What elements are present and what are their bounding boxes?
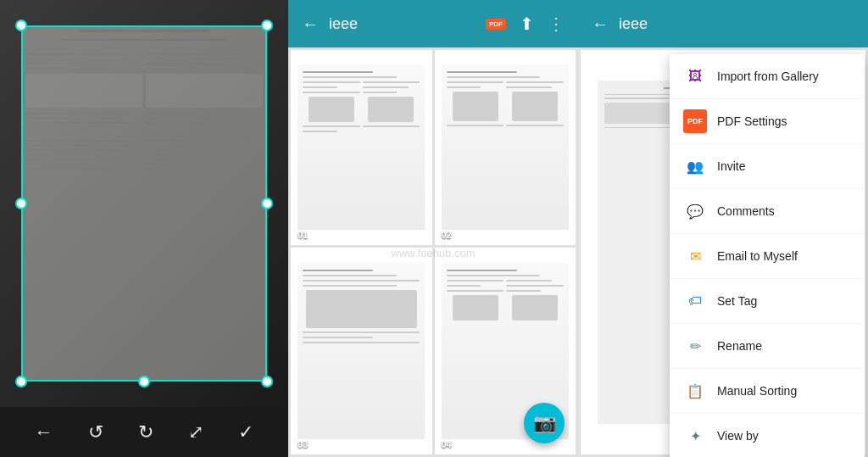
grid-panel: ← ieee PDF ⬆ ⋮ www.foehub.com (288, 0, 578, 457)
menu-item-pdf-settings[interactable]: PDF PDF Settings (670, 99, 865, 144)
page-03-number: 03 (298, 439, 308, 449)
confirm-button[interactable]: ✓ (238, 421, 253, 443)
menu-item-view-by[interactable]: ✦ View by (670, 414, 865, 457)
menu-item-invite[interactable]: 👥 Invite (670, 144, 865, 189)
menu-app-bar-title: ieee (619, 15, 854, 33)
set-tag-label: Set Tag (717, 294, 851, 308)
menu-item-rename[interactable]: ✏ Rename (670, 324, 865, 369)
import-gallery-label: Import from Gallery (717, 70, 851, 83)
corner-dot-tl[interactable] (15, 20, 27, 31)
redo-button[interactable]: ↻ (138, 421, 153, 443)
menu-panel: ← ieee (578, 0, 868, 457)
app-bar-title: ieee (329, 15, 472, 33)
page-04-number: 04 (442, 439, 452, 449)
pages-grid: www.foehub.com (288, 47, 578, 457)
menu-item-import-gallery[interactable]: 🖼 Import from Gallery (670, 54, 865, 99)
comments-icon: 💬 (683, 199, 707, 223)
view-by-icon: ✦ (683, 424, 707, 448)
corner-dot-bm[interactable] (138, 376, 150, 387)
manual-sorting-label: Manual Sorting (717, 384, 851, 398)
camera-toolbar: ← ↺ ↻ ⤢ ✓ (0, 407, 288, 457)
manual-sorting-icon: 📋 (683, 379, 707, 403)
corner-dot-tr[interactable] (261, 20, 273, 31)
context-menu: 🖼 Import from Gallery PDF PDF Settings 👥… (670, 54, 865, 457)
corner-dot-bl[interactable] (15, 376, 27, 387)
app-bar: ← ieee PDF ⬆ ⋮ (288, 0, 578, 47)
email-icon: ✉ (683, 244, 707, 268)
page-02[interactable]: 02 (435, 50, 576, 245)
expand-button[interactable]: ⤢ (188, 421, 203, 443)
camera-fab-icon: 📷 (533, 412, 556, 434)
page-01-content (298, 64, 425, 230)
view-by-label: View by (717, 429, 851, 443)
menu-app-bar: ← ieee (578, 0, 868, 47)
more-options-icon[interactable]: ⋮ (548, 14, 565, 34)
page-01[interactable]: 01 (291, 50, 432, 245)
undo-button[interactable]: ↺ (88, 421, 103, 443)
page-02-content (442, 64, 569, 230)
rename-icon: ✏ (683, 334, 707, 358)
comments-label: Comments (717, 204, 851, 218)
email-myself-label: Email to Myself (717, 249, 851, 263)
corner-dot-br[interactable] (261, 376, 273, 387)
set-tag-icon: 🏷 (683, 289, 707, 313)
menu-item-comments[interactable]: 💬 Comments (670, 189, 865, 234)
invite-icon: 👥 (683, 154, 707, 178)
back-icon[interactable]: ← (302, 14, 319, 34)
invite-label: Invite (717, 159, 851, 173)
corner-dot-mr[interactable] (261, 198, 273, 209)
back-button[interactable]: ← (35, 421, 53, 443)
menu-back-icon[interactable]: ← (592, 14, 609, 34)
corner-dot-ml[interactable] (15, 198, 27, 209)
pdf-button[interactable]: PDF (486, 19, 506, 30)
camera-panel: ← ↺ ↻ ⤢ ✓ (0, 0, 288, 457)
page-02-number: 02 (442, 230, 452, 240)
pdf-settings-label: PDF Settings (717, 114, 851, 128)
import-gallery-icon: 🖼 (683, 64, 707, 88)
page-03-content (298, 263, 425, 439)
pdf-settings-icon: PDF (683, 109, 707, 133)
menu-item-manual-sorting[interactable]: 📋 Manual Sorting (670, 369, 865, 414)
menu-item-email-myself[interactable]: ✉ Email to Myself (670, 234, 865, 279)
menu-item-set-tag[interactable]: 🏷 Set Tag (670, 279, 865, 324)
page-03[interactable]: 03 (291, 248, 432, 455)
share-icon[interactable]: ⬆ (520, 14, 534, 34)
page-01-number: 01 (298, 230, 308, 240)
rename-label: Rename (717, 339, 851, 353)
camera-viewfinder (0, 0, 288, 407)
camera-fab-button[interactable]: 📷 (524, 403, 565, 443)
scan-overlay (21, 25, 267, 382)
